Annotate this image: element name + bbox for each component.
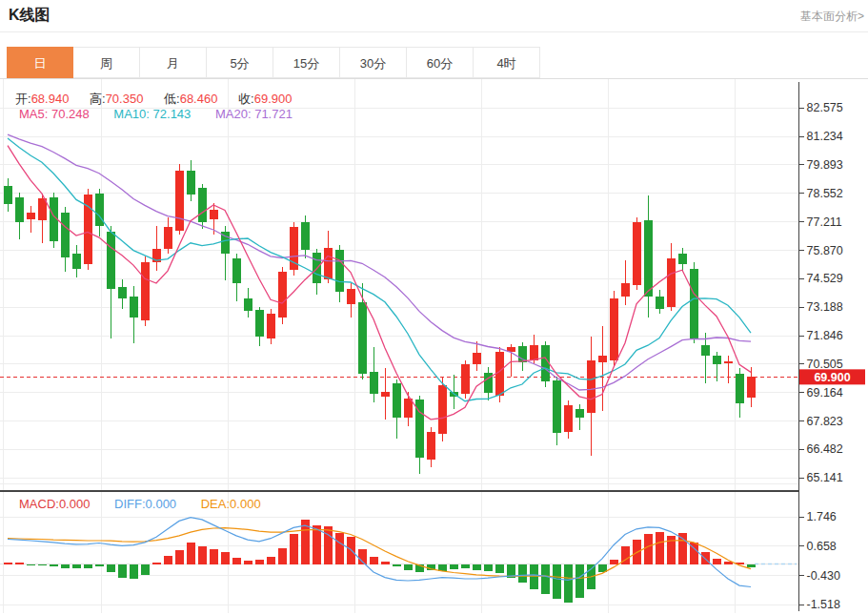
ohlc-readout: 开:68.940 高:70.350 低:68.460 收:69.900	[15, 91, 309, 108]
candle[interactable]	[587, 360, 595, 414]
candle[interactable]	[656, 297, 664, 309]
candle[interactable]	[701, 345, 710, 356]
macd-bar	[370, 557, 378, 564]
macd-bar	[164, 556, 172, 564]
ma20-readout: MA20: 71.721	[215, 107, 293, 121]
candle[interactable]	[255, 310, 264, 337]
tab-5分[interactable]: 5分	[207, 47, 273, 78]
candle[interactable]	[141, 262, 150, 320]
macd-bar	[221, 552, 230, 564]
macd-bar	[564, 564, 573, 604]
candle[interactable]	[4, 186, 12, 204]
candle[interactable]	[427, 432, 435, 460]
candle[interactable]	[747, 377, 756, 397]
axis-label: 81.234	[807, 130, 843, 143]
candle[interactable]	[370, 372, 378, 394]
candle[interactable]	[232, 258, 241, 284]
fundamental-analysis-link[interactable]: 基本面分析>	[800, 9, 864, 25]
candle[interactable]	[610, 298, 618, 360]
macd-bar	[495, 564, 504, 574]
candle[interactable]	[541, 345, 550, 381]
candle[interactable]	[118, 287, 127, 298]
tab-30分[interactable]: 30分	[340, 47, 407, 78]
candle[interactable]	[484, 373, 493, 393]
candle[interactable]	[633, 222, 641, 285]
kline-chart[interactable]: 82.57581.23479.89378.55277.21175.87074.5…	[0, 79, 868, 615]
tab-日[interactable]: 日	[7, 47, 73, 78]
axis-label: -0.430	[807, 569, 840, 583]
candle[interactable]	[713, 356, 721, 364]
candle[interactable]	[164, 227, 172, 248]
macd-bar	[198, 546, 207, 564]
macd-bar	[130, 564, 138, 580]
candle[interactable]	[575, 409, 584, 418]
candle[interactable]	[107, 232, 115, 289]
tab-月[interactable]: 月	[140, 47, 207, 78]
macd-bar	[107, 564, 115, 572]
candle[interactable]	[175, 171, 184, 230]
candle[interactable]	[198, 188, 207, 222]
candle[interactable]	[95, 194, 104, 226]
candle[interactable]	[72, 254, 81, 269]
high-pair: 高:70.350	[90, 92, 143, 106]
macd-bar	[61, 564, 70, 568]
macd-bar	[84, 564, 92, 568]
candle[interactable]	[27, 213, 35, 219]
axis-label: 82.575	[807, 101, 843, 114]
macd-bar	[27, 564, 35, 565]
candle[interactable]	[50, 197, 58, 241]
candle[interactable]	[301, 222, 310, 250]
candle[interactable]	[690, 269, 698, 338]
candle[interactable]	[553, 380, 561, 434]
macd-bar	[644, 534, 653, 564]
candle[interactable]	[678, 254, 687, 264]
candle[interactable]	[347, 289, 355, 304]
macd-bar	[484, 564, 493, 572]
candle[interactable]	[404, 399, 413, 418]
tab-4时[interactable]: 4时	[474, 47, 540, 78]
candle[interactable]	[393, 383, 401, 418]
candle[interactable]	[267, 314, 275, 339]
current-price-badge-label: 69.900	[814, 371, 850, 384]
candle[interactable]	[438, 385, 447, 434]
candle[interactable]	[530, 345, 538, 360]
candle[interactable]	[564, 405, 573, 432]
macd-bar	[747, 564, 756, 567]
macd-bar	[244, 561, 252, 564]
candle[interactable]	[598, 356, 607, 362]
candle[interactable]	[358, 302, 367, 374]
tab-60分[interactable]: 60分	[407, 47, 474, 78]
candle[interactable]	[38, 198, 47, 219]
candle[interactable]	[130, 297, 138, 318]
macd-bar	[450, 564, 458, 570]
macd-bar	[667, 536, 676, 564]
candle[interactable]	[335, 250, 344, 293]
candle[interactable]	[461, 364, 470, 394]
axis-label: 75.870	[807, 244, 843, 257]
candle[interactable]	[187, 171, 195, 194]
candle[interactable]	[473, 353, 481, 364]
dea-value-readout: DEA:0.000	[201, 497, 261, 511]
candle[interactable]	[210, 210, 218, 219]
candle[interactable]	[644, 220, 653, 297]
candle[interactable]	[736, 374, 744, 403]
ma-readout: MA5: 70.248 MA10: 72.143 MA20: 71.721	[19, 107, 313, 121]
candle[interactable]	[61, 213, 70, 257]
candle[interactable]	[724, 361, 733, 363]
low-value: 68.460	[180, 92, 218, 106]
axis-label: 74.529	[807, 272, 843, 285]
macd-bar	[393, 564, 401, 567]
candle[interactable]	[324, 248, 333, 279]
macd-bar	[347, 537, 355, 564]
candle[interactable]	[667, 258, 676, 307]
close-pair: 收:69.900	[238, 92, 292, 106]
candle[interactable]	[244, 298, 252, 311]
candle[interactable]	[313, 253, 321, 283]
candle[interactable]	[15, 197, 24, 222]
open-pair: 开:68.940	[15, 92, 69, 106]
candle[interactable]	[278, 272, 287, 318]
tab-周[interactable]: 周	[73, 47, 140, 78]
tab-15分[interactable]: 15分	[273, 47, 340, 78]
candle[interactable]	[381, 392, 390, 398]
candle[interactable]	[621, 283, 630, 296]
